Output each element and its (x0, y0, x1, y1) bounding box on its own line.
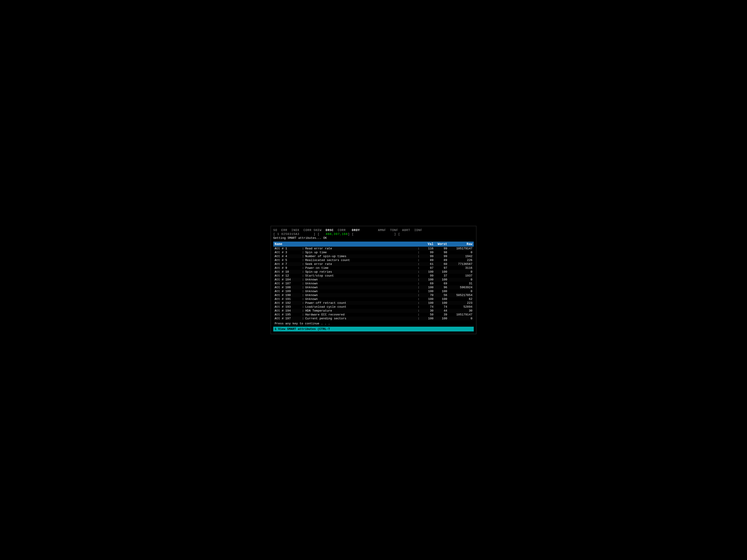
smart-table: Att # 1 : Read error rate : 116 99 10517… (273, 247, 474, 320)
attr-worst: 100 (434, 301, 447, 305)
attr-val: 99 (421, 251, 434, 254)
attr-name: Read error rate (305, 247, 418, 250)
terminal-screen: SO ERR INDX CORR SKEW DRSC CORR DRDY AMN… (271, 226, 476, 334)
attr-name: Unknown (305, 290, 418, 293)
attr-val: 100 (421, 290, 434, 293)
att-num: Att # 190 (275, 293, 302, 297)
attr-val: 69 (421, 282, 434, 285)
attr-raw: 0 (447, 270, 472, 274)
att-num: Att # 4 (275, 255, 302, 258)
attr-worst: 100 (434, 297, 447, 301)
attr-name: Hardware ECC recovered (305, 313, 418, 316)
att-num: Att # 12 (275, 274, 302, 277)
table-row: Att # 189 : Unknown : 100 100 0 (273, 289, 474, 293)
attr-val: 97 (421, 266, 434, 270)
att-num: Att # 184 (275, 278, 302, 282)
attr-val: 89 (421, 259, 434, 262)
press-any-key: Press any key to continue . . . (273, 321, 474, 326)
attr-name: Unknown (305, 297, 418, 301)
attr-name: Start/stop count (305, 274, 418, 277)
attr-raw: 105179147 (447, 247, 472, 250)
header-row-2: [ 1 0250315A3 ] [ 488,397,168] [ ] [ (273, 233, 474, 236)
attr-raw: 62 (447, 297, 472, 301)
att-num: Att # 187 (275, 282, 302, 285)
table-row: Att # 190 : Unknown : 70 56 505217054 (273, 293, 474, 297)
attr-worst: 100 (434, 270, 447, 274)
table-row: Att # 194 : HDA Temperature : 30 44 30 (273, 309, 474, 313)
attr-val: 70 (421, 293, 434, 297)
att-num: Att # 7 (275, 262, 302, 266)
attr-worst: 44 (434, 309, 447, 313)
attr-worst: 74 (434, 305, 447, 309)
table-row: Att # 4 : Number of spin-up times : 99 9… (273, 255, 474, 258)
attr-name: Current pending sectors (305, 317, 418, 320)
attr-worst: 98 (434, 251, 447, 254)
attr-raw: 1937 (447, 274, 472, 277)
table-row: Att # 7 : Seek error rate : 61 60 771365… (273, 262, 474, 266)
attr-raw: 5963924 (447, 286, 472, 289)
col-header-name: Name (275, 242, 421, 246)
att-num: Att # 197 (275, 317, 302, 320)
attr-raw: 505217054 (447, 293, 472, 297)
attr-name: Reallocated sectors count (305, 259, 418, 262)
attr-val: 50 (421, 313, 434, 316)
attr-val: 100 (421, 297, 434, 301)
att-num: Att # 5 (275, 259, 302, 262)
attr-val: 100 (421, 270, 434, 274)
attr-raw: 0 (447, 317, 472, 320)
attr-worst: 100 (434, 290, 447, 293)
table-row: Att # 12 : Start/stop count : 99 37 1937 (273, 274, 474, 278)
status-line: Getting SMART attributes... OK (273, 236, 474, 240)
att-num: Att # 195 (275, 313, 302, 316)
attr-val: 61 (421, 262, 434, 266)
table-row: Att # 187 : Unknown : 69 69 31 (273, 282, 474, 286)
attr-worst: 96 (434, 286, 447, 289)
table-row: Att # 184 : Unknown : 100 100 0 (273, 278, 474, 282)
attr-worst: 56 (434, 293, 447, 297)
col-header-val: Val (421, 242, 434, 246)
att-num: Att # 3 (275, 251, 302, 254)
attr-raw: 0 (447, 251, 472, 254)
attr-worst: 39 (434, 313, 447, 316)
attr-raw: 31 (447, 282, 472, 285)
attr-name: Unknown (305, 278, 418, 282)
attr-raw: 105179147 (447, 313, 472, 316)
attr-name: Number of spin-up times (305, 255, 418, 258)
header-row-1: SO ERR INDX CORR SKEW DRSC CORR DRDY AMN… (273, 229, 474, 232)
attr-worst: 89 (434, 259, 447, 262)
attr-raw: 223 (447, 301, 472, 305)
drdy-label: DRDY (352, 229, 360, 232)
attr-name: Unknown (305, 282, 418, 285)
att-num: Att # 189 (275, 290, 302, 293)
attr-name: Power-off retract count (305, 301, 418, 305)
col-header-raw: Raw (447, 242, 472, 246)
attr-worst: 100 (434, 317, 447, 320)
attr-name: Power-on time (305, 266, 418, 270)
att-num: Att # 9 (275, 266, 302, 270)
attr-raw: 3116 (447, 266, 472, 270)
attr-val: 74 (421, 305, 434, 309)
attr-worst: 99 (434, 247, 447, 250)
attr-name: Unknown (305, 286, 418, 289)
table-row: Att # 5 : Reallocated sectors count : 89… (273, 258, 474, 262)
attr-raw: 30 (447, 309, 472, 313)
table-row: Att # 10 : Spin-up retries : 100 100 0 (273, 270, 474, 274)
attr-worst: 69 (434, 282, 447, 285)
attr-raw: 0 (447, 278, 472, 282)
attr-name: Seek error rate (305, 262, 418, 266)
green-value: 488,397,168 (326, 233, 348, 236)
attr-worst: 97 (434, 266, 447, 270)
attr-val: 99 (421, 274, 434, 277)
attr-raw: 0 (447, 290, 472, 293)
att-num: Att # 1 (275, 247, 302, 250)
table-row: Att # 192 : Power-off retract count : 10… (273, 301, 474, 305)
table-row: Att # 9 : Power-on time : 97 97 3116 (273, 266, 474, 270)
attr-name: HDA Temperature (305, 309, 418, 313)
attr-name: Spin up time (305, 251, 418, 254)
attr-worst: 99 (434, 255, 447, 258)
att-num: Att # 192 (275, 301, 302, 305)
att-num: Att # 191 (275, 297, 302, 301)
bottom-bar[interactable]: 1 View SMART attributes (CTRL-T (273, 327, 474, 331)
attr-val: 100 (421, 278, 434, 282)
attr-val: 100 (421, 301, 434, 305)
